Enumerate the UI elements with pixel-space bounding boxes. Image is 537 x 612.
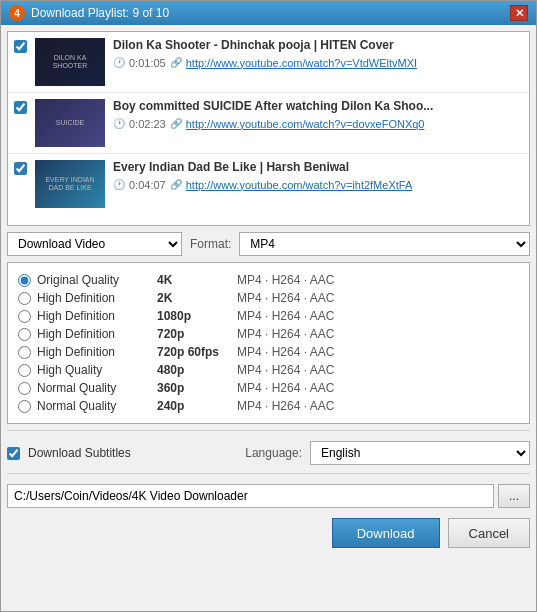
- quality-resolution: 240p: [157, 399, 237, 413]
- content-area: DILON KASHOOTER Dilon Ka Shooter - Dhinc…: [1, 25, 536, 611]
- item-checkbox[interactable]: [14, 101, 27, 114]
- item-meta: 🕐 0:02:23 🔗 http://www.youtube.com/watch…: [113, 118, 523, 130]
- quality-section: Original Quality 4K MP4 · H264 · AAC Hig…: [7, 262, 530, 424]
- quality-resolution: 720p 60fps: [157, 345, 237, 359]
- item-duration: 0:04:07: [129, 179, 166, 191]
- quality-radio[interactable]: [18, 310, 31, 323]
- download-button[interactable]: Download: [332, 518, 440, 548]
- item-checkbox[interactable]: [14, 162, 27, 175]
- subtitle-row: Download Subtitles Language: EnglishSpan…: [7, 437, 530, 467]
- item-url[interactable]: http://www.youtube.com/watch?v=dovxeFONX…: [186, 118, 425, 130]
- quality-radio[interactable]: [18, 364, 31, 377]
- quality-name: High Definition: [37, 309, 157, 323]
- quality-resolution: 2K: [157, 291, 237, 305]
- item-duration: 0:02:23: [129, 118, 166, 130]
- format-select[interactable]: MP4MKVAVIMOVFLV: [239, 232, 530, 256]
- subtitle-checkbox[interactable]: [7, 447, 20, 460]
- quality-name: High Definition: [37, 327, 157, 341]
- thumbnail: DILON KASHOOTER: [35, 38, 105, 86]
- quality-radio[interactable]: [18, 346, 31, 359]
- item-checkbox[interactable]: [14, 40, 27, 53]
- quality-name: Original Quality: [37, 273, 157, 287]
- item-info: Boy committed SUICIDE After watching Dil…: [113, 99, 523, 130]
- controls-row: Download VideoDownload AudioDownload Sub…: [7, 232, 530, 256]
- title-bar: 4 Download Playlist: 9 of 10 ✕: [1, 1, 536, 25]
- thumbnail: SUICIDE: [35, 99, 105, 147]
- browse-button[interactable]: ...: [498, 484, 530, 508]
- item-title: Every Indian Dad Be Like | Harsh Beniwal: [113, 160, 523, 176]
- quality-formats: MP4 · H264 · AAC: [237, 363, 334, 377]
- clock-icon: 🕐: [113, 118, 125, 129]
- list-item: SUICIDE Boy committed SUICIDE After watc…: [8, 93, 529, 154]
- quality-row: Original Quality 4K MP4 · H264 · AAC: [18, 271, 519, 289]
- app-icon: 4: [9, 5, 25, 21]
- thumbnail: EVERY INDIANDAD BE LIKE: [35, 160, 105, 208]
- item-url[interactable]: http://www.youtube.com/watch?v=iht2fMeXt…: [186, 179, 413, 191]
- quality-radio[interactable]: [18, 328, 31, 341]
- bottom-row: Download Cancel: [7, 514, 530, 550]
- subtitle-label[interactable]: Download Subtitles: [28, 446, 131, 460]
- quality-name: Normal Quality: [37, 381, 157, 395]
- download-type-select[interactable]: Download VideoDownload AudioDownload Sub…: [7, 232, 182, 256]
- quality-formats: MP4 · H264 · AAC: [237, 327, 334, 341]
- quality-formats: MP4 · H264 · AAC: [237, 309, 334, 323]
- quality-radio[interactable]: [18, 274, 31, 287]
- language-label: Language:: [245, 446, 302, 460]
- quality-row: High Definition 720p 60fps MP4 · H264 · …: [18, 343, 519, 361]
- language-select[interactable]: EnglishSpanishFrenchGermanJapaneseChines…: [310, 441, 530, 465]
- divider-2: [7, 473, 530, 474]
- close-button[interactable]: ✕: [510, 5, 528, 21]
- quality-formats: MP4 · H264 · AAC: [237, 273, 334, 287]
- cancel-button[interactable]: Cancel: [448, 518, 530, 548]
- item-duration: 0:01:05: [129, 57, 166, 69]
- clock-icon: 🕐: [113, 179, 125, 190]
- item-title: Dilon Ka Shooter - Dhinchak pooja | HITE…: [113, 38, 523, 54]
- quality-resolution: 4K: [157, 273, 237, 287]
- item-title: Boy committed SUICIDE After watching Dil…: [113, 99, 523, 115]
- playlist-area[interactable]: DILON KASHOOTER Dilon Ka Shooter - Dhinc…: [7, 31, 530, 226]
- quality-formats: MP4 · H264 · AAC: [237, 291, 334, 305]
- quality-row: High Quality 480p MP4 · H264 · AAC: [18, 361, 519, 379]
- quality-resolution: 1080p: [157, 309, 237, 323]
- quality-row: High Definition 1080p MP4 · H264 · AAC: [18, 307, 519, 325]
- item-info: Dilon Ka Shooter - Dhinchak pooja | HITE…: [113, 38, 523, 69]
- format-label: Format:: [190, 237, 231, 251]
- quality-radio[interactable]: [18, 400, 31, 413]
- clock-icon: 🕐: [113, 57, 125, 68]
- link-icon: 🔗: [170, 179, 182, 190]
- quality-name: High Definition: [37, 291, 157, 305]
- title-bar-left: 4 Download Playlist: 9 of 10: [9, 5, 169, 21]
- list-item: DILON KASHOOTER Dilon Ka Shooter - Dhinc…: [8, 32, 529, 93]
- item-info: Every Indian Dad Be Like | Harsh Beniwal…: [113, 160, 523, 191]
- link-icon: 🔗: [170, 118, 182, 129]
- path-row: ...: [7, 484, 530, 508]
- quality-formats: MP4 · H264 · AAC: [237, 381, 334, 395]
- quality-row: Normal Quality 240p MP4 · H264 · AAC: [18, 397, 519, 415]
- quality-name: High Definition: [37, 345, 157, 359]
- main-window: 4 Download Playlist: 9 of 10 ✕ DILON KAS…: [0, 0, 537, 612]
- path-input[interactable]: [7, 484, 494, 508]
- quality-resolution: 360p: [157, 381, 237, 395]
- quality-row: Normal Quality 360p MP4 · H264 · AAC: [18, 379, 519, 397]
- window-title: Download Playlist: 9 of 10: [31, 6, 169, 20]
- quality-formats: MP4 · H264 · AAC: [237, 399, 334, 413]
- quality-resolution: 720p: [157, 327, 237, 341]
- item-url[interactable]: http://www.youtube.com/watch?v=VtdWEltvM…: [186, 57, 417, 69]
- item-meta: 🕐 0:04:07 🔗 http://www.youtube.com/watch…: [113, 179, 523, 191]
- quality-name: High Quality: [37, 363, 157, 377]
- quality-formats: MP4 · H264 · AAC: [237, 345, 334, 359]
- quality-radio[interactable]: [18, 382, 31, 395]
- divider-1: [7, 430, 530, 431]
- quality-radio[interactable]: [18, 292, 31, 305]
- item-meta: 🕐 0:01:05 🔗 http://www.youtube.com/watch…: [113, 57, 523, 69]
- quality-resolution: 480p: [157, 363, 237, 377]
- quality-name: Normal Quality: [37, 399, 157, 413]
- list-item: EVERY INDIANDAD BE LIKE Every Indian Dad…: [8, 154, 529, 214]
- quality-row: High Definition 720p MP4 · H264 · AAC: [18, 325, 519, 343]
- quality-row: High Definition 2K MP4 · H264 · AAC: [18, 289, 519, 307]
- link-icon: 🔗: [170, 57, 182, 68]
